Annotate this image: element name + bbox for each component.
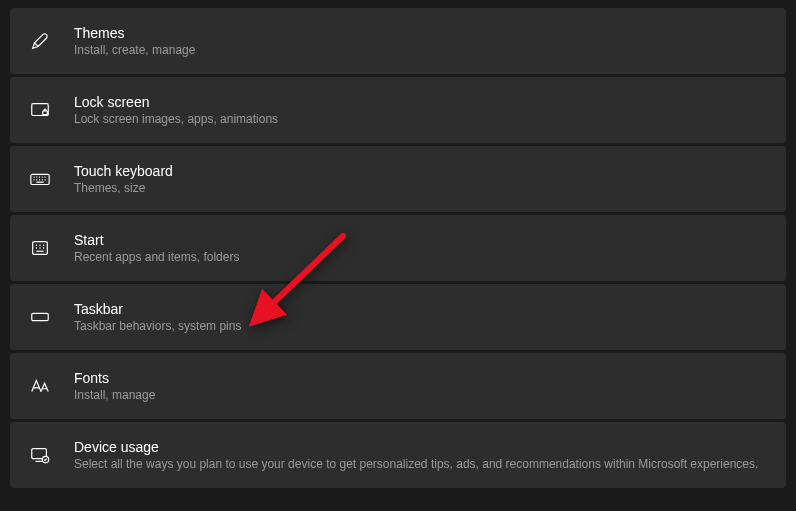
setting-title: Themes — [74, 25, 195, 41]
svg-rect-22 — [32, 313, 49, 320]
setting-description: Themes, size — [74, 181, 173, 195]
setting-description: Recent apps and items, folders — [74, 250, 239, 264]
setting-title: Taskbar — [74, 301, 241, 317]
setting-title: Touch keyboard — [74, 163, 173, 179]
svg-point-18 — [36, 247, 37, 248]
setting-description: Install, create, manage — [74, 43, 195, 57]
setting-item-themes[interactable]: Themes Install, create, manage — [10, 8, 786, 74]
brush-icon — [28, 29, 52, 53]
setting-text: Taskbar Taskbar behaviors, system pins — [74, 301, 241, 333]
setting-item-touch-keyboard[interactable]: Touch keyboard Themes, size — [10, 146, 786, 212]
setting-description: Select all the ways you plan to use your… — [74, 457, 758, 471]
lock-screen-icon — [28, 98, 52, 122]
setting-title: Start — [74, 232, 239, 248]
setting-text: Lock screen Lock screen images, apps, an… — [74, 94, 278, 126]
setting-item-device-usage[interactable]: Device usage Select all the ways you pla… — [10, 422, 786, 488]
setting-text: Device usage Select all the ways you pla… — [74, 439, 758, 471]
svg-point-17 — [43, 245, 44, 246]
setting-item-fonts[interactable]: Fonts Install, manage — [10, 353, 786, 419]
keyboard-icon — [28, 167, 52, 191]
start-icon — [28, 236, 52, 260]
svg-point-19 — [39, 247, 40, 248]
svg-point-15 — [36, 245, 37, 246]
setting-description: Lock screen images, apps, animations — [74, 112, 278, 126]
setting-text: Themes Install, create, manage — [74, 25, 195, 57]
setting-title: Device usage — [74, 439, 758, 455]
taskbar-icon — [28, 305, 52, 329]
setting-title: Lock screen — [74, 94, 278, 110]
setting-item-taskbar[interactable]: Taskbar Taskbar behaviors, system pins — [10, 284, 786, 350]
setting-item-start[interactable]: Start Recent apps and items, folders — [10, 215, 786, 281]
svg-rect-1 — [43, 111, 48, 115]
setting-text: Start Recent apps and items, folders — [74, 232, 239, 264]
setting-item-lock-screen[interactable]: Lock screen Lock screen images, apps, an… — [10, 77, 786, 143]
setting-text: Fonts Install, manage — [74, 370, 155, 402]
setting-description: Taskbar behaviors, system pins — [74, 319, 241, 333]
svg-point-16 — [39, 245, 40, 246]
svg-point-20 — [43, 247, 44, 248]
device-usage-icon — [28, 443, 52, 467]
setting-text: Touch keyboard Themes, size — [74, 163, 173, 195]
fonts-icon — [28, 374, 52, 398]
setting-description: Install, manage — [74, 388, 155, 402]
settings-list: Themes Install, create, manage Lock scre… — [0, 0, 796, 496]
setting-title: Fonts — [74, 370, 155, 386]
